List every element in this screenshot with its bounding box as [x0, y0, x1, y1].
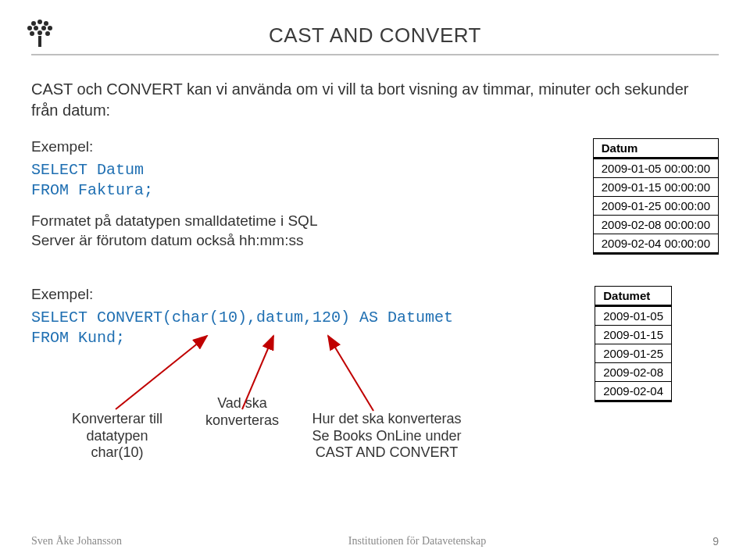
table-row: 2009-01-15 00:00:00 [593, 178, 718, 197]
table1-header: Datum [593, 139, 718, 159]
example-label-1: Exempel: [31, 138, 557, 155]
svg-point-7 [48, 26, 52, 30]
table-row: 2009-02-04 [595, 382, 672, 401]
footer-institute: Institutionen för Datavetenskap [348, 535, 487, 548]
svg-point-8 [30, 31, 34, 36]
footer-author: Sven Åke Johansson [31, 535, 122, 548]
table-row: 2009-02-08 00:00:00 [593, 216, 718, 234]
table-row: 2009-01-05 00:00:00 [593, 159, 718, 178]
title-convert: CONVERT [380, 23, 481, 47]
result-table-1: Datum 2009-01-05 00:00:00 2009-01-15 00:… [593, 138, 719, 255]
code-block-1: SELECT Datum FROM Faktura; [31, 160, 557, 201]
title-and: AND [324, 23, 379, 47]
table-row: 2009-02-04 00:00:00 [593, 234, 718, 254]
tree-logo-icon [22, 14, 58, 53]
annotation-how: Hur det ska konverteras Se Books OnLine … [297, 411, 477, 462]
annotation-what: Vad ska konverteras [195, 395, 289, 429]
example-label-2: Exempel: [31, 286, 453, 303]
svg-point-3 [44, 21, 48, 26]
intro-text: CAST och CONVERT kan vi använda om vi vi… [31, 79, 719, 121]
svg-point-6 [41, 26, 46, 30]
svg-rect-0 [38, 36, 41, 47]
result-table-2: Datumet 2009-01-05 2009-01-15 2009-01-25… [595, 286, 672, 402]
svg-point-9 [38, 30, 42, 35]
table-row: 2009-01-25 00:00:00 [593, 197, 718, 216]
svg-point-1 [38, 20, 42, 24]
footer: Sven Åke Johansson Institutionen för Dat… [31, 535, 719, 548]
svg-point-10 [45, 31, 50, 36]
svg-point-2 [31, 21, 36, 26]
annotation-convert-to: Konverterar till datatypen char(10) [47, 411, 188, 462]
footer-page-number: 9 [712, 535, 719, 548]
title-cast: CAST [269, 23, 324, 47]
table-row: 2009-01-15 [595, 326, 672, 344]
svg-point-4 [27, 26, 32, 30]
table-row: 2009-01-25 [595, 344, 672, 363]
slide-title: CAST AND CONVERT [31, 23, 719, 48]
code-block-2: SELECT CONVERT(char(10),datum,120) AS Da… [31, 308, 453, 348]
title-underline [31, 54, 719, 55]
svg-point-5 [34, 26, 38, 30]
table-row: 2009-01-05 [595, 306, 672, 326]
table2-header: Datumet [595, 287, 672, 306]
table-row: 2009-02-08 [595, 363, 672, 382]
format-note: Formatet på datatypen smalldatetime i SQ… [31, 212, 557, 250]
